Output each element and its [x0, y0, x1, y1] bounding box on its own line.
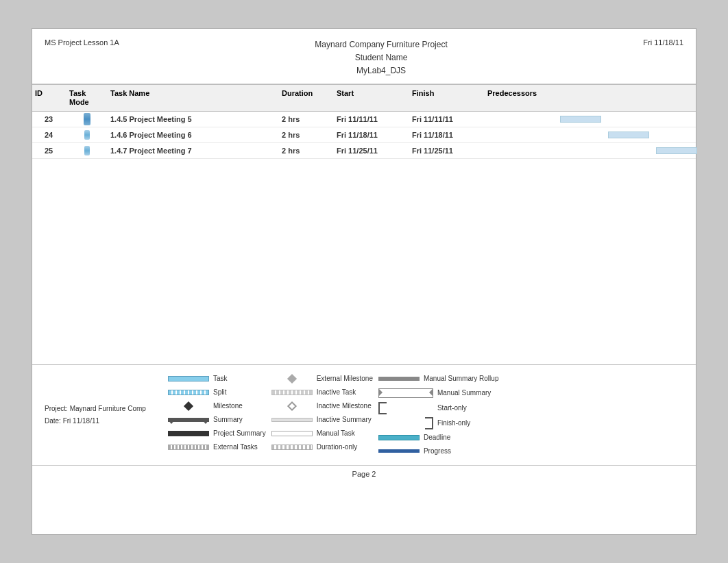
legend-item-external-tasks: External Tasks — [168, 442, 266, 453]
legend-label-ext-milestone: External Milestone — [317, 375, 373, 382]
legend-label-progress: Progress — [424, 447, 451, 455]
gantt-bar-23 — [553, 112, 696, 127]
legend-label-deadline: Deadline — [424, 434, 450, 441]
legend-item-summary: Summary — [168, 414, 266, 425]
legend-bar-inactive-milestone — [287, 401, 297, 411]
task-name-25: 1.4.7 Project Meeting 7 — [108, 145, 279, 156]
legend-bar-manual-summary-rollup — [378, 377, 420, 381]
task-finish-23: Fri 11/11/11 — [409, 114, 485, 125]
legend-item-milestone: Milestone — [168, 401, 266, 412]
task-pred-24 — [485, 134, 553, 136]
col-header-name: Task Name — [108, 88, 279, 108]
task-name-23: 1.4.5 Project Meeting 5 — [108, 114, 279, 125]
legend-item-task: Task — [168, 373, 266, 384]
legend-project-info: Project: Maynard Furniture Comp Date: Fr… — [45, 403, 147, 427]
task-pred-25 — [485, 149, 553, 152]
legend-item-deadline: Deadline — [378, 432, 499, 443]
project-lesson: MS Project Lesson 1A — [45, 38, 119, 47]
task-start-24: Fri 11/18/11 — [334, 129, 409, 140]
gantt-bar-24 — [553, 127, 696, 142]
task-mode-23 — [66, 112, 108, 127]
legend-col-1: Task Split Milestone — [168, 373, 266, 457]
task-start-25: Fri 11/25/11 — [334, 145, 409, 156]
legend-item-project-summary: Project Summary — [168, 428, 266, 439]
task-mode-icon — [84, 113, 90, 125]
col-header-id: ID — [32, 88, 66, 108]
gantt-chart-header — [553, 88, 696, 108]
legend-col-3: Manual Summary Rollup Manual Summary — [378, 373, 499, 457]
legend-columns: Task Split Milestone — [168, 373, 683, 457]
legend-bar-summary — [168, 418, 209, 422]
task-duration-24: 2 hrs — [279, 129, 334, 140]
table-row: 23 1.4.5 Project Meeting 5 2 hrs Fri 11/… — [32, 112, 696, 127]
legend-label-inactive-summary: Inactive Summary — [317, 416, 372, 423]
legend-item-finish-only: Finish-only — [378, 417, 499, 429]
legend-item-inactive-summary: Inactive Summary — [271, 414, 373, 425]
legend-bar-progress — [378, 449, 420, 453]
legend-item-split: Split — [168, 387, 266, 398]
legend-item-progress: Progress — [378, 446, 499, 457]
finish-bracket-icon — [425, 417, 433, 429]
col-header-start: Start — [334, 88, 409, 108]
project-info-line1: Project: Maynard Furniture Comp — [45, 403, 147, 415]
legend-label-project-summary: Project Summary — [213, 429, 266, 437]
table-header: ID Task Mode Task Name Duration Start Fi… — [32, 84, 696, 112]
table-row: 24 1.4.6 Project Meeting 6 2 hrs Fri 11/… — [32, 127, 696, 143]
header-right: Fri 11/18/11 — [643, 38, 683, 47]
legend-item-inactive-milestone: Inactive Milestone — [271, 401, 373, 412]
legend-item-ext-milestone: External Milestone — [271, 373, 373, 384]
legend-label-external-tasks: External Tasks — [213, 443, 258, 451]
legend-label-inactive-task: Inactive Task — [317, 388, 356, 396]
header-center: Maynard Company Furniture Project Studen… — [315, 38, 447, 78]
legend-area: Project: Maynard Furniture Comp Date: Fr… — [32, 364, 696, 465]
task-finish-25: Fri 11/25/11 — [409, 145, 485, 156]
task-mode-25 — [66, 145, 108, 157]
legend-item-start-only: Start-only — [378, 402, 499, 414]
mylab-id: MyLab4_DJS — [315, 64, 447, 77]
legend-bar-external-tasks — [168, 445, 209, 450]
legend-bar-duration-only — [271, 445, 313, 450]
header-date: Fri 11/18/11 — [643, 38, 683, 47]
project-info-line2: Date: Fri 11/18/11 — [45, 415, 147, 427]
task-finish-24: Fri 11/18/11 — [409, 129, 485, 140]
col-header-mode: Task Mode — [66, 88, 108, 108]
task-duration-25: 2 hrs — [279, 145, 334, 156]
col-header-predecessors: Predecessors — [485, 88, 553, 108]
legend-label-duration-only: Duration-only — [317, 443, 357, 451]
gantt-bar-25 — [553, 143, 696, 158]
legend-bar-deadline — [378, 435, 420, 440]
legend-label-start-only: Start-only — [437, 404, 467, 412]
legend-label-manual-summary: Manual Summary — [437, 389, 491, 397]
gantt-empty-area — [32, 159, 696, 364]
legend-col-2: External Milestone Inactive Task Inactiv… — [271, 373, 373, 457]
legend-bar-inactive-summary — [271, 418, 313, 422]
legend-bar-project-summary — [168, 431, 209, 436]
legend-label-task: Task — [213, 375, 228, 382]
legend-bar-ext-milestone — [287, 374, 297, 384]
legend-item-manual-summary-rollup: Manual Summary Rollup — [378, 373, 499, 384]
start-bracket-icon — [378, 402, 387, 414]
legend-label-inactive-milestone: Inactive Milestone — [317, 402, 372, 410]
legend-bar-inactive-task — [271, 390, 313, 395]
page-footer: Page 2 — [32, 465, 696, 482]
row-id-24: 24 — [32, 129, 66, 140]
legend-item-duration-only: Duration-only — [271, 442, 373, 453]
table-row: 25 1.4.7 Project Meeting 7 2 hrs Fri 11/… — [32, 143, 696, 159]
legend-label-manual-summary-rollup: Manual Summary Rollup — [424, 375, 499, 382]
row-id-23: 23 — [32, 114, 66, 125]
task-start-23: Fri 11/11/11 — [334, 114, 409, 125]
legend-label-finish-only: Finish-only — [437, 419, 470, 427]
row-id-25: 25 — [32, 145, 66, 156]
col-header-duration: Duration — [279, 88, 334, 108]
legend-bar-manual-task — [271, 431, 313, 436]
task-duration-23: 2 hrs — [279, 114, 334, 125]
legend-label-manual-task: Manual Task — [317, 429, 355, 437]
legend-item-manual-summary: Manual Summary — [378, 387, 499, 399]
legend-label-milestone: Milestone — [213, 402, 243, 410]
legend-label-summary: Summary — [213, 416, 243, 423]
task-mode-icon — [84, 146, 90, 155]
page-header: MS Project Lesson 1A Maynard Company Fur… — [32, 29, 696, 84]
legend-item-inactive-task: Inactive Task — [271, 387, 373, 398]
task-pred-23 — [485, 118, 553, 121]
page-container: MS Project Lesson 1A Maynard Company Fur… — [32, 28, 696, 535]
